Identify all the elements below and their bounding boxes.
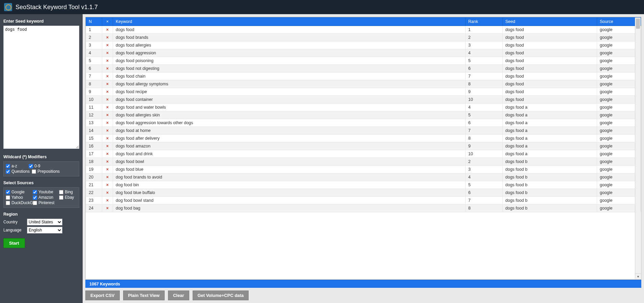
delete-row-button[interactable]: × [102, 204, 113, 212]
delete-row-button[interactable]: × [102, 73, 113, 80]
delete-row-button[interactable]: × [102, 42, 113, 49]
checkbox[interactable] [32, 169, 36, 174]
checkbox[interactable] [6, 164, 10, 168]
table-row[interactable]: 7×dogs food chain7dogs foodgoogle [86, 73, 641, 80]
table-row[interactable]: 3×dogs food allergies3dogs foodgoogle [86, 42, 641, 49]
wildcard-0-9[interactable]: 0-9 [29, 164, 50, 168]
close-icon[interactable]: × [106, 113, 109, 117]
table-row[interactable]: 23×dog food bowl stand7dogs food bgoogle [86, 197, 641, 204]
close-icon[interactable]: × [106, 105, 109, 110]
close-icon[interactable]: × [106, 128, 109, 133]
delete-row-button[interactable]: × [102, 104, 113, 111]
get-volume-cpc-button[interactable]: Get Volume+CPC data [193, 291, 249, 300]
close-icon[interactable]: × [106, 82, 109, 86]
col-header-keyword[interactable]: Keyword [113, 18, 466, 26]
table-row[interactable]: 16×dogs food amazon9dogs food agoogle [86, 142, 641, 150]
start-button[interactable]: Start [3, 238, 25, 248]
close-icon[interactable]: × [106, 120, 109, 125]
delete-row-button[interactable]: × [102, 158, 113, 166]
table-row[interactable]: 14×dogs food at home7dogs food agoogle [86, 127, 641, 135]
delete-row-button[interactable]: × [102, 88, 113, 96]
table-row[interactable]: 12×dogs food allergies skin5dogs food ag… [86, 111, 641, 119]
col-header-rank[interactable]: Rank [466, 18, 503, 26]
close-icon[interactable]: × [106, 136, 109, 141]
checkbox[interactable] [33, 195, 37, 200]
close-icon[interactable]: × [106, 190, 109, 195]
delete-row-button[interactable]: × [102, 80, 113, 88]
wildcard-prepositions[interactable]: Prepositions [32, 169, 60, 174]
close-icon[interactable]: × [106, 97, 109, 102]
checkbox[interactable] [6, 169, 10, 174]
wildcard-a-z[interactable]: a-z [6, 164, 27, 168]
table-row[interactable]: 13×dogs food aggression towards other do… [86, 119, 641, 127]
wildcard-questions[interactable]: Questions [6, 169, 30, 174]
delete-row-button[interactable]: × [102, 34, 113, 42]
source-yahoo[interactable]: Yahoo [6, 195, 33, 200]
checkbox[interactable] [29, 164, 33, 168]
close-icon[interactable]: × [106, 35, 109, 40]
close-icon[interactable]: × [106, 175, 109, 180]
clear-button[interactable]: Clear [168, 291, 189, 300]
export-csv-button[interactable]: Export CSV [85, 291, 120, 300]
table-row[interactable]: 18×dogs food bowl2dogs food bgoogle [86, 158, 641, 166]
source-ebay[interactable]: Ebay [59, 195, 86, 200]
delete-row-button[interactable]: × [102, 189, 113, 197]
checkbox[interactable] [59, 190, 63, 194]
delete-row-button[interactable]: × [102, 142, 113, 150]
source-google[interactable]: Google [6, 190, 33, 194]
source-duckduckgo[interactable]: DuckDuckGo [6, 200, 33, 205]
close-icon[interactable]: × [106, 167, 109, 172]
table-row[interactable]: 17×dogs food and drink10dogs food agoogl… [86, 150, 641, 158]
table-row[interactable]: 2×dogs food brands2dogs foodgoogle [86, 34, 641, 42]
close-icon[interactable]: × [106, 51, 109, 55]
source-bing[interactable]: Bing [59, 190, 86, 194]
close-icon[interactable]: × [106, 43, 109, 48]
table-row[interactable]: 21×dog food bin5dogs food bgoogle [86, 181, 641, 189]
table-row[interactable]: 1×dogs food1dogs foodgoogle [86, 26, 641, 34]
delete-row-button[interactable]: × [102, 57, 113, 65]
seed-keyword-input[interactable] [3, 26, 79, 149]
plain-text-view-button[interactable]: Plain Text View [123, 291, 165, 300]
language-select[interactable]: English [27, 227, 62, 233]
close-icon[interactable]: × [106, 159, 109, 164]
close-icon[interactable]: × [106, 152, 109, 156]
table-row[interactable]: 5×dogs food poisoning5dogs foodgoogle [86, 57, 641, 65]
col-header-n[interactable]: N [86, 18, 102, 26]
delete-row-button[interactable]: × [102, 119, 113, 127]
vertical-scrollbar[interactable]: ▾ [635, 18, 641, 279]
delete-row-button[interactable]: × [102, 181, 113, 189]
table-row[interactable]: 6×dogs food not digesting6dogs foodgoogl… [86, 65, 641, 73]
delete-row-button[interactable]: × [102, 150, 113, 158]
delete-row-button[interactable]: × [102, 111, 113, 119]
close-icon[interactable]: × [106, 144, 109, 148]
col-header-delete[interactable]: × [102, 18, 113, 26]
col-header-source[interactable]: Source [597, 18, 641, 26]
checkbox[interactable] [33, 201, 37, 205]
table-row[interactable]: 20×dog food brands to avoid4dogs food bg… [86, 173, 641, 181]
table-row[interactable]: 19×dogs food blue3dogs food bgoogle [86, 166, 641, 173]
delete-row-button[interactable]: × [102, 135, 113, 142]
table-row[interactable]: 8×dogs food allergy symptoms8dogs foodgo… [86, 80, 641, 88]
close-icon[interactable]: × [106, 89, 109, 94]
checkbox[interactable] [6, 190, 10, 194]
close-icon[interactable]: × [106, 206, 109, 211]
delete-row-button[interactable]: × [102, 96, 113, 104]
delete-row-button[interactable]: × [102, 49, 113, 57]
checkbox[interactable] [6, 195, 10, 200]
table-row[interactable]: 11×dogs food and water bowls4dogs food a… [86, 104, 641, 111]
table-row[interactable]: 9×dogs food recipe9dogs foodgoogle [86, 88, 641, 96]
delete-row-button[interactable]: × [102, 26, 113, 34]
table-row[interactable]: 10×dogs food container10dogs foodgoogle [86, 96, 641, 104]
col-header-seed[interactable]: Seed [503, 18, 597, 26]
table-row[interactable]: 22×dog food blue buffalo6dogs food bgoog… [86, 189, 641, 197]
scrollbar-down-arrow-icon[interactable]: ▾ [635, 273, 641, 279]
checkbox[interactable] [33, 190, 37, 194]
source-pinterest[interactable]: Pinterest [33, 200, 60, 205]
delete-row-button[interactable]: × [102, 197, 113, 204]
delete-row-button[interactable]: × [102, 65, 113, 73]
delete-row-button[interactable]: × [102, 173, 113, 181]
delete-row-button[interactable]: × [102, 166, 113, 173]
close-icon[interactable]: × [106, 198, 109, 203]
source-amazon[interactable]: Amazon [33, 195, 60, 200]
country-select[interactable]: United States [27, 219, 62, 225]
